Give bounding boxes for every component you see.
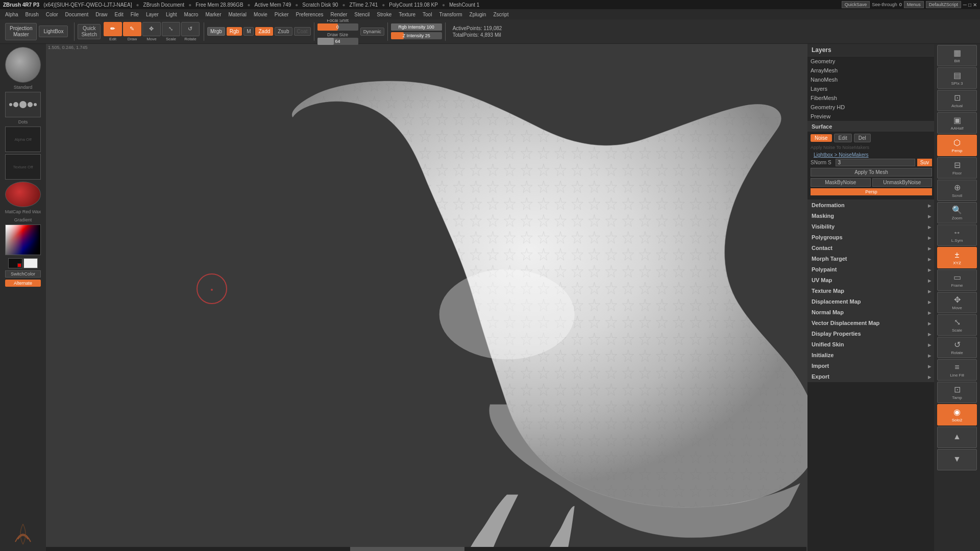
tool-scroll[interactable]: ⊕ Scroll [937,180,977,201]
polypaint-header[interactable]: Polypaint [807,264,935,274]
surface-header[interactable]: Surface [807,121,935,132]
menu-layer[interactable]: Layer [143,11,162,18]
tool-bilt[interactable]: ▦ Bilt [937,45,977,66]
fiber-mesh-item[interactable]: FiberMesh [807,93,935,103]
menu-texture[interactable]: Texture [396,11,419,18]
tool-floor[interactable]: ⊟ Floor [937,157,977,179]
close-icon[interactable]: ✕ [973,2,977,8]
menu-alpha[interactable]: Alpha [2,11,21,18]
texture-preview[interactable]: Texture Off [5,154,41,180]
zsub-button[interactable]: Zsub [275,27,292,36]
displacement-map-header[interactable]: Displacement Map [807,296,935,307]
window-controls[interactable]: ─ □ ✕ [963,2,977,8]
lightbox-noisemakers-link[interactable]: Lightbox > NoiseMakers [811,151,932,159]
dot-brush-preview[interactable] [5,92,41,117]
tool-preview[interactable]: ⊡ Actual [937,90,977,111]
switch-color-button[interactable]: SwitchColor [5,270,41,278]
material-preview[interactable] [5,182,41,207]
geometry-hd-item[interactable]: Geometry HD [807,103,935,112]
import-header[interactable]: Import [807,361,935,371]
menu-document[interactable]: Document [62,11,92,18]
mask-by-noise-button[interactable]: MaskByNoise [811,178,871,187]
menu-stencil[interactable]: Stencil [351,11,373,18]
default-zscript-button[interactable]: DefaultZScript [926,1,961,8]
rotate-button[interactable]: ↺ [181,22,200,36]
canvas-area[interactable] [46,44,934,551]
tool-xyz[interactable]: ± XYZ [937,247,977,268]
apply-to-mesh-button[interactable]: Apply To Mesh [811,168,932,177]
deformation-header[interactable]: Deformation [807,200,935,210]
tool-frame[interactable]: ▭ Frame [937,269,977,291]
edit-button[interactable]: ✏ [104,22,122,36]
menu-tool[interactable]: Tool [420,11,435,18]
menu-transform[interactable]: Transform [436,11,465,18]
focal-shift-slider[interactable]: 0 [317,23,358,31]
tool-rotate-rt[interactable]: ↺ Rotate [937,337,977,358]
alternate-button[interactable]: Alternate [5,280,41,287]
tool-solo2[interactable]: ◉ Solo2 [937,404,977,425]
white-swatch[interactable] [23,258,38,268]
edit-surface-button[interactable]: Edit [834,134,852,142]
export-header[interactable]: Export [807,371,935,382]
tool-linefill[interactable]: ≡ Line Fill [937,359,977,381]
nano-mesh-item[interactable]: NanoMesh [807,75,935,84]
tool-spix[interactable]: ▤ SPix 3 [937,67,977,89]
zadd-button[interactable]: Zadd [255,27,273,36]
menu-material[interactable]: Material [226,11,250,18]
coat-button[interactable]: Coat [294,27,311,36]
dynamic-button[interactable]: Dynamic [360,28,384,36]
texture-map-header[interactable]: Texture Map [807,286,935,296]
tool-aahalf[interactable]: ▣ AAHalf [937,112,977,134]
projection-master-button[interactable]: ProjectionMaster [5,23,37,40]
scroll-thumb[interactable] [350,547,464,551]
lightbox-button[interactable]: LightBox [39,26,68,37]
maximize-icon[interactable]: □ [968,2,971,8]
menu-edit[interactable]: Edit [112,11,127,18]
alpha-preview[interactable]: Alpha Off [5,127,41,152]
uv-map-header[interactable]: UV Map [807,275,935,285]
draw-size-slider[interactable]: 64 [317,38,358,45]
contact-header[interactable]: Contact [807,243,935,253]
menu-zplugin[interactable]: Zplugin [467,11,489,18]
menus-button[interactable]: Menus [904,1,924,8]
menu-picker[interactable]: Picker [272,11,292,18]
polygroups-header[interactable]: Polygroups [807,232,935,242]
menu-file[interactable]: File [128,11,142,18]
m-button[interactable]: M [243,27,254,36]
morph-target-header[interactable]: Morph Target [807,254,935,264]
menu-macro[interactable]: Macro [181,11,202,18]
menu-render[interactable]: Render [328,11,351,18]
snorm-input[interactable] [836,159,915,166]
tool-tamp[interactable]: ⊡ Tamp [937,382,977,403]
masking-header[interactable]: Masking [807,211,935,221]
menu-marker[interactable]: Marker [202,11,224,18]
visibility-header[interactable]: Visibility [807,221,935,232]
menu-stroke[interactable]: Stroke [374,11,395,18]
menu-draw[interactable]: Draw [92,11,110,18]
tool-lsym[interactable]: ↔ L.Sym [937,224,977,246]
menu-color[interactable]: Color [43,11,61,18]
noise-button[interactable]: Noise [811,134,832,142]
draw-button[interactable]: ✎ [123,22,141,36]
geometry-item[interactable]: Geometry [807,57,935,66]
move-button[interactable]: ✥ [142,22,161,36]
unified-skin-header[interactable]: Unified Skin [807,339,935,349]
snorm-dropdown[interactable]: Suv [917,159,932,166]
menu-brush[interactable]: Brush [22,11,42,18]
tool-move[interactable]: ✥ Move [937,292,977,313]
tool-scale-rt[interactable]: ⤡ Scale [937,314,977,336]
z-intensity-slider[interactable]: Z Intensity 25 [391,32,442,39]
menu-light[interactable]: Light [163,11,180,18]
noise-perp-button[interactable]: Persp [811,188,932,195]
horizontal-scrollbar[interactable] [46,547,806,551]
unmask-by-noise-button[interactable]: UnmaskByNoise [872,178,933,187]
menu-preferences[interactable]: Preferences [293,11,327,18]
initialize-header[interactable]: Initialize [807,350,935,360]
minimize-icon[interactable]: ─ [963,2,967,8]
display-properties-header[interactable]: Display Properties [807,329,935,339]
tool-persp[interactable]: ⬡ Persp [937,135,977,156]
tool-zoom[interactable]: 🔍 Zoom [937,202,977,223]
rgb-intensity-slider[interactable]: Rgb Intensity 100 [391,23,442,31]
black-swatch[interactable] [8,258,22,268]
mrgb-button[interactable]: Mrgb [207,27,225,36]
